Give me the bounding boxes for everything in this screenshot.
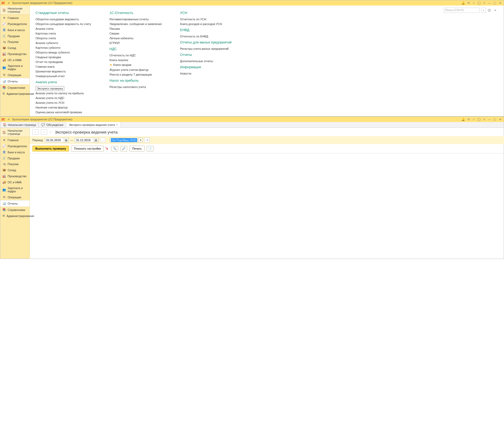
sidebar-home[interactable]: 🏠Начальная страница (0, 128, 29, 137)
zoom-out-button[interactable]: 🔎 (120, 146, 127, 151)
gear-icon[interactable]: ⚙ (487, 8, 491, 13)
panel-close-icon[interactable]: × (494, 8, 496, 12)
sidebar-item-1[interactable]: 📈Руководителю (0, 21, 29, 27)
report-link[interactable]: Анализ учета по НДС (36, 96, 91, 100)
sidebar-item-2[interactable]: 🏦Банк и касса (0, 27, 29, 33)
report-link[interactable]: Отчетность по НДС (110, 53, 162, 58)
sidebar-item-9[interactable]: ⚙Операции (0, 72, 29, 78)
show-settings-button[interactable]: Показать настройки (71, 146, 104, 151)
tab-home[interactable]: 🏠Начальная страница (0, 122, 39, 127)
report-link[interactable]: ★Книга продаж (110, 62, 162, 67)
sidebar-item-7[interactable]: 🚚ОС и НМА (0, 179, 29, 185)
sidebar-item-12[interactable]: ⚙Администрирование (0, 91, 29, 97)
report-link[interactable]: Универсальный отчет (36, 74, 91, 78)
sidebar-item-4[interactable]: 🛍Покупки (0, 39, 29, 45)
bell-icon[interactable]: 🔔 (461, 118, 466, 121)
sidebar-item-8[interactable]: 👥Зарплата и кадры (0, 63, 29, 72)
date-to-input[interactable]: ▦ (75, 138, 98, 142)
report-link[interactable]: Регламентированные отчеты (110, 17, 162, 22)
report-link[interactable]: Книга покупок (110, 58, 162, 62)
sidebar-item-10[interactable]: 📊Отчеты (0, 200, 29, 207)
report-link[interactable]: Анализ счета (36, 26, 91, 31)
star-icon[interactable]: ☆ (471, 118, 476, 121)
report-link[interactable]: Дополнительные отчеты (180, 59, 231, 63)
report-link[interactable]: Отчет по проводкам (36, 60, 91, 64)
dropdown-icon[interactable]: ▾ (138, 138, 142, 142)
report-link[interactable]: Уведомления, сообщения и заявления (110, 22, 162, 26)
report-link[interactable]: Оценка риска налоговой проверки (36, 110, 91, 115)
sidebar-item-6[interactable]: 🏭Производство (0, 173, 29, 179)
report-link[interactable]: Наличие счетов-фактур (36, 105, 91, 110)
doc-icon-button[interactable]: 📄 (147, 146, 154, 151)
tab-express-check[interactable]: Экспресс-проверка ведения учета× (66, 122, 121, 127)
org-input[interactable]: ОптТоргМаш ООО▾ (110, 138, 143, 142)
org-open-button[interactable]: ↗ (144, 137, 150, 143)
report-link[interactable]: Анализ субконто (36, 41, 91, 45)
search-clear-button[interactable]: × (481, 8, 486, 13)
report-link[interactable]: Журнал учета счетов-фактур (110, 67, 162, 72)
report-link[interactable]: Регистры учета малых предприятий (180, 46, 231, 51)
report-link[interactable]: Сводные проводки (36, 55, 91, 60)
history-icon[interactable]: ⟲ (466, 118, 471, 121)
sidebar-item-11[interactable]: 📚Справочники (0, 85, 29, 91)
menu-icon[interactable]: ≡ (7, 1, 11, 4)
report-link[interactable]: Оборотно-сальдовая ведомость по счету (36, 22, 91, 26)
report-link[interactable]: Сверки (110, 31, 162, 36)
sidebar-item-10[interactable]: 📊Отчеты (0, 78, 29, 85)
report-link[interactable]: Главная книга (36, 64, 91, 69)
sidebar-item-12[interactable]: ⚙Администрирование (0, 213, 29, 219)
report-link[interactable]: Новости (180, 71, 231, 76)
report-link[interactable]: Карточка счета (36, 31, 91, 36)
menu-icon[interactable]: ≡ (7, 118, 11, 121)
report-link[interactable]: Обороты счета (36, 36, 91, 41)
lines-icon[interactable]: ≡ (482, 1, 487, 4)
sidebar-item-2[interactable]: 🏦Банк и касса (0, 149, 29, 155)
sidebar-item-9[interactable]: ⚙Операции (0, 194, 29, 200)
report-link[interactable]: Оборотно-сальдовая ведомость (36, 17, 91, 22)
history-icon[interactable]: ⟲ (466, 1, 471, 5)
calendar-icon[interactable]: ▦ (64, 138, 68, 142)
circle-icon[interactable]: ◯ (476, 1, 482, 5)
circle-icon[interactable]: ◯ (476, 118, 482, 121)
minimize-icon[interactable]: — (487, 118, 492, 121)
close-icon[interactable]: ✕ (497, 1, 503, 5)
sidebar-item-5[interactable]: 📦Склад (0, 167, 29, 173)
result-area[interactable] (30, 153, 504, 259)
report-link[interactable]: Отчетность по УСН (180, 17, 231, 22)
sidebar-item-6[interactable]: 🏭Производство (0, 51, 29, 57)
report-link[interactable]: Карточка субконто (36, 45, 91, 50)
report-link[interactable]: Книга доходов и расходов УСН (180, 22, 231, 26)
express-check-link[interactable]: Экспресс-проверка (36, 86, 64, 91)
print-button[interactable]: Печать (129, 146, 145, 151)
maximize-icon[interactable]: ▢ (492, 1, 497, 5)
sidebar-item-8[interactable]: 👥Зарплата и кадры (0, 185, 29, 194)
report-link[interactable]: Обороты между субконто (36, 50, 91, 55)
favorite-icon[interactable]: ☆ (49, 130, 53, 134)
period-picker-button[interactable]: … (100, 137, 105, 143)
report-link[interactable]: Регистры налогового учета (110, 85, 162, 89)
nav-fwd-button[interactable]: → (41, 129, 47, 135)
bell-icon[interactable]: 🔔 (461, 1, 466, 5)
report-link[interactable]: Анализ учета по УСН (36, 100, 91, 105)
report-link[interactable]: ЕГРЮЛ (110, 41, 162, 45)
lines-icon[interactable]: ≡ (482, 118, 487, 121)
date-from-input[interactable]: ▦ (45, 138, 69, 142)
sidebar-item-0[interactable]: ★Главное (0, 15, 29, 21)
close-icon[interactable]: ✕ (497, 118, 503, 121)
report-link[interactable]: Шахматная ведомость (36, 69, 91, 74)
sidebar-home[interactable]: 🏠Начальная страница (0, 6, 29, 15)
maximize-icon[interactable]: ▢ (492, 118, 497, 121)
minimize-icon[interactable]: — (487, 1, 492, 4)
sidebar-item-3[interactable]: 🛒Продажи (0, 155, 29, 161)
run-check-button[interactable]: Выполнить проверку (32, 146, 69, 151)
report-link[interactable]: Анализ учета по налогу на прибыль (36, 91, 91, 96)
report-link[interactable]: Отчетность по ЕНВД (180, 34, 231, 39)
sidebar-item-7[interactable]: 🚚ОС и НМА (0, 57, 29, 63)
report-link[interactable]: Реестр к разделу 7 декларации (110, 72, 162, 77)
nav-back-button[interactable]: ← (32, 129, 39, 135)
zoom-in-button[interactable]: 🔍 (111, 146, 118, 151)
sidebar-item-4[interactable]: 🛍Покупки (0, 161, 29, 167)
sidebar-item-1[interactable]: 📈Руководителю (0, 143, 29, 149)
tab-discussions[interactable]: 💬Обсуждения (39, 122, 66, 127)
sidebar-item-0[interactable]: ★Главное (0, 137, 29, 143)
